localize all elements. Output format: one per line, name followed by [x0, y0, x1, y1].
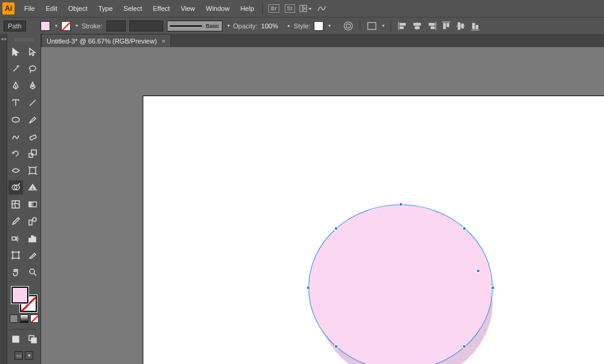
path-anchor[interactable] — [334, 227, 338, 230]
lasso-tool[interactable] — [25, 62, 40, 76]
gradient-tool[interactable] — [25, 197, 40, 212]
svg-rect-45 — [31, 338, 36, 343]
panel-collapse-tab[interactable]: ◂◂ — [0, 34, 7, 364]
svg-rect-23 — [476, 25, 478, 28]
align-center-v-icon[interactable] — [455, 21, 466, 31]
stock-icon[interactable]: St — [284, 2, 296, 15]
eyedropper-tool[interactable] — [8, 214, 23, 229]
chevron-down-icon[interactable]: ▾ — [227, 23, 230, 28]
artboard-tool[interactable] — [8, 248, 23, 262]
stroke-swatch[interactable] — [61, 21, 71, 31]
align-bottom-icon[interactable] — [470, 21, 481, 31]
chevron-down-icon[interactable]: ▾ — [328, 23, 331, 28]
shape-builder-tool[interactable] — [8, 180, 23, 195]
align-center-h-icon[interactable] — [412, 21, 423, 31]
color-mode-solid[interactable] — [10, 314, 18, 323]
document-tab[interactable]: Untitled-3* @ 66.67% (RGB/Preview) × — [41, 34, 171, 47]
symbol-sprayer-tool[interactable] — [8, 231, 23, 245]
svg-rect-11 — [415, 27, 420, 28]
magic-wand-tool[interactable] — [8, 62, 23, 76]
scale-tool[interactable] — [25, 146, 40, 161]
align-right-icon[interactable] — [426, 21, 437, 31]
menu-file[interactable]: File — [19, 2, 40, 15]
screen-mode-button[interactable]: ▭ — [15, 351, 23, 360]
selection-anchor-w[interactable] — [307, 286, 310, 290]
menu-window[interactable]: Window — [201, 2, 235, 15]
svg-rect-28 — [29, 154, 33, 157]
eraser-tool[interactable] — [25, 129, 40, 144]
recolor-artwork-icon[interactable] — [343, 21, 354, 31]
color-mode-none[interactable] — [30, 314, 39, 323]
draw-mode-behind[interactable] — [25, 332, 40, 346]
path-anchor[interactable] — [476, 269, 480, 273]
svg-rect-29 — [31, 150, 36, 155]
stroke-weight-field[interactable] — [106, 21, 126, 31]
direct-selection-tool[interactable] — [25, 45, 40, 59]
menu-select[interactable]: Select — [119, 2, 147, 15]
pen-tool[interactable] — [8, 79, 23, 93]
selection-tool[interactable] — [8, 45, 23, 59]
menu-type[interactable]: Type — [94, 2, 118, 15]
opacity-value[interactable]: 100% — [261, 22, 283, 30]
rotate-tool[interactable] — [8, 146, 23, 161]
type-tool[interactable] — [8, 96, 23, 110]
arrange-documents-icon[interactable]: ▾ — [299, 2, 311, 15]
bridge-icon[interactable]: Br — [268, 2, 280, 15]
screen-mode-dropdown[interactable]: ▾ — [25, 351, 33, 360]
path-anchor[interactable] — [463, 345, 466, 348]
selection-anchor-e[interactable] — [491, 286, 495, 290]
width-tool[interactable] — [8, 163, 23, 178]
panel-grip-icon[interactable] — [15, 39, 33, 41]
gpu-performance-icon[interactable] — [315, 2, 327, 15]
draw-mode-normal[interactable] — [8, 332, 23, 346]
align-panel-icon[interactable] — [366, 21, 377, 31]
opacity-label: Opacity: — [233, 22, 258, 30]
fill-swatch[interactable] — [41, 21, 50, 31]
svg-rect-2 — [304, 9, 307, 11]
ellipse-tool[interactable] — [8, 112, 23, 127]
align-top-icon[interactable] — [441, 21, 452, 31]
separator — [12, 329, 36, 330]
graphic-style-swatch[interactable] — [314, 21, 323, 31]
menu-object[interactable]: Object — [63, 2, 93, 15]
menu-edit[interactable]: Edit — [41, 2, 62, 15]
chevron-down-icon[interactable]: ▾ — [382, 23, 385, 28]
selection-type-label: Path — [4, 21, 26, 31]
chevron-right-icon[interactable]: ▸ — [288, 23, 290, 28]
free-transform-tool[interactable] — [25, 163, 40, 178]
path-anchor[interactable] — [334, 345, 338, 348]
svg-rect-30 — [30, 167, 36, 174]
paintbrush-tool[interactable] — [25, 112, 40, 127]
svg-rect-22 — [473, 23, 475, 28]
curvature-tool[interactable] — [25, 79, 40, 93]
workspace: ◂◂ — [0, 34, 604, 364]
fill-indicator[interactable] — [11, 287, 28, 304]
color-mode-gradient[interactable] — [20, 314, 28, 323]
menu-help[interactable]: Help — [236, 2, 259, 15]
selection-anchor-n[interactable] — [399, 203, 403, 206]
canvas-viewport[interactable] — [41, 47, 604, 364]
mesh-tool[interactable] — [8, 197, 23, 212]
menu-effect[interactable]: Effect — [148, 2, 175, 15]
line-segment-tool[interactable] — [25, 96, 40, 110]
chevron-down-icon[interactable]: ▾ — [76, 23, 78, 28]
close-icon[interactable]: × — [161, 37, 165, 45]
path-anchor[interactable] — [463, 227, 466, 230]
svg-rect-0 — [300, 5, 302, 12]
zoom-tool[interactable] — [25, 265, 40, 279]
menu-bar: Ai File Edit Object Type Select Effect V… — [0, 0, 604, 17]
slice-tool[interactable] — [25, 248, 40, 262]
brush-definition-dropdown[interactable]: Basic — [167, 21, 222, 31]
blend-tool[interactable] — [25, 214, 40, 229]
chevron-down-icon[interactable]: ▾ — [55, 23, 57, 28]
fill-stroke-indicator[interactable] — [11, 287, 37, 312]
align-left-icon[interactable] — [397, 21, 408, 31]
column-graph-tool[interactable] — [25, 231, 40, 245]
hand-tool[interactable] — [8, 265, 23, 279]
shaper-tool[interactable] — [8, 129, 23, 144]
svg-rect-43 — [13, 336, 19, 342]
control-bar: Path ▾ ▾ Stroke: Basic▾ Opacity: 100% ▸ … — [0, 17, 604, 34]
perspective-grid-tool[interactable] — [25, 180, 40, 195]
variable-width-profile-dropdown[interactable] — [129, 21, 163, 31]
menu-view[interactable]: View — [176, 2, 200, 15]
